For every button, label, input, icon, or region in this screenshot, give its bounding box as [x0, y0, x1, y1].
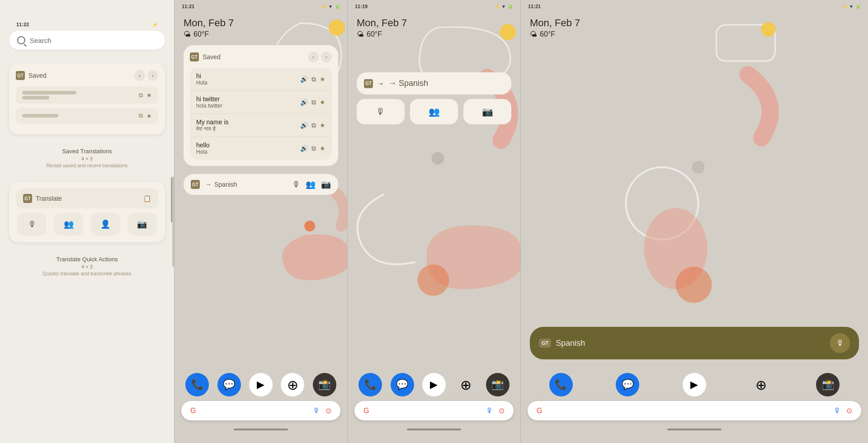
- camera-app-3[interactable]: 📸: [486, 373, 509, 396]
- saved-item-text-2: [22, 114, 58, 118]
- mic-btn-dark[interactable]: 🎙: [830, 333, 850, 353]
- temp-2: 60°F: [193, 30, 209, 38]
- saved-translations-widget[interactable]: GT Saved ‹ › ⧉ ★: [9, 63, 165, 134]
- nav-arrows-2: ‹ ›: [308, 52, 332, 62]
- dock-apps-3: 📞 💬 ▶ ⊕ 📸: [354, 373, 514, 396]
- lens-search-4[interactable]: ⊙: [846, 406, 852, 415]
- google-search-4[interactable]: G 🎙 ⊙: [528, 401, 861, 420]
- time-phone4: 11:21: [528, 4, 541, 9]
- prev-arrow-2[interactable]: ‹: [308, 52, 319, 62]
- google-search-2[interactable]: G 🎙 ⊙: [181, 401, 340, 420]
- star-icon-3[interactable]: ★: [320, 145, 326, 152]
- time-phone3: 11:19: [355, 4, 368, 9]
- people-action[interactable]: 👥: [54, 213, 83, 236]
- translate-icon-spanish3: GT: [364, 79, 373, 88]
- messages-app-3[interactable]: 💬: [391, 373, 414, 396]
- saved-item-text-1: [22, 91, 76, 99]
- saved-entry-3[interactable]: hello Hola 🔊 ⧉ ★: [190, 137, 332, 160]
- mic-icon-bottom[interactable]: 🎙: [292, 180, 300, 189]
- prev-arrow[interactable]: ‹: [134, 70, 145, 81]
- volume-icon-3[interactable]: 🔊: [300, 145, 308, 152]
- saved-entry-1[interactable]: hi twitter hola twitter 🔊 ⧉ ★: [190, 91, 332, 114]
- saved-label: Saved: [28, 72, 47, 79]
- phone-dock-2: 📞 💬 ▶ ⊕ 📸 G 🎙 ⊙: [175, 368, 347, 443]
- entry-original-1: hi twitter: [196, 95, 300, 103]
- camera-app-4[interactable]: 📸: [816, 373, 840, 396]
- copy-icon-1[interactable]: ⧉: [311, 99, 316, 106]
- star-icon-0[interactable]: ★: [320, 75, 326, 83]
- saved-line-short: [22, 96, 49, 99]
- star-icon-2[interactable]: ★: [320, 122, 326, 129]
- widget-preview-area: GT Saved ‹ › ⧉ ★: [0, 54, 174, 290]
- date-3: Mon, Feb 7: [357, 17, 511, 29]
- saved-line-long: [22, 91, 76, 94]
- camera-app-2[interactable]: 📸: [313, 373, 336, 396]
- lens-search-2[interactable]: ⊙: [326, 406, 331, 415]
- copy-icon-3[interactable]: ⧉: [311, 145, 316, 152]
- battery-icon-3: 🔋: [508, 4, 513, 9]
- saved-entry-0[interactable]: hi Hola 🔊 ⧉ ★: [190, 68, 332, 91]
- volume-icon-1[interactable]: 🔊: [300, 99, 308, 106]
- copy-icon-0[interactable]: ⧉: [311, 75, 316, 83]
- dark-spanish-bar-4[interactable]: GT Spanish 🎙: [530, 327, 859, 359]
- dark-spanish-left: GT Spanish: [539, 339, 585, 348]
- translate-icon-widget2: GT: [190, 52, 199, 61]
- phone-content-3: Mon, Feb 7 🌤 60°F GT → → Spanish 🎙 👥 📷: [348, 13, 520, 368]
- weather-2: 🌤 60°F: [184, 30, 338, 38]
- battery-icon-2: 🔋: [335, 4, 340, 9]
- spanish-label-phone2: Spanish: [214, 181, 237, 188]
- lens-search-3[interactable]: ⊙: [499, 406, 505, 415]
- people-icon-bottom[interactable]: 👥: [306, 179, 316, 189]
- people-btn-3[interactable]: 👥: [410, 99, 458, 124]
- next-arrow-2[interactable]: ›: [321, 52, 332, 62]
- messages-app-2[interactable]: 💬: [217, 373, 241, 396]
- voice-search-3[interactable]: 🎙: [486, 407, 493, 415]
- phone-app-4[interactable]: 📞: [549, 373, 573, 396]
- play-app-4[interactable]: ▶: [683, 373, 706, 396]
- next-arrow[interactable]: ›: [147, 70, 158, 81]
- entry-translation-3: Hola: [196, 149, 300, 155]
- google-search-3[interactable]: G 🎙 ⊙: [354, 401, 514, 420]
- search-bar[interactable]: Search: [9, 31, 165, 50]
- messages-app-4[interactable]: 💬: [616, 373, 639, 396]
- temp-4: 60°F: [540, 30, 555, 38]
- status-bar-2: 11:21 ⚡ ▼ 🔋: [175, 0, 347, 13]
- translate-bottom-bar-2[interactable]: GT → Spanish 🎙 👥 📷: [184, 174, 338, 195]
- spanish-widget-3[interactable]: GT → → Spanish: [357, 72, 511, 94]
- chrome-app-2[interactable]: ⊕: [281, 373, 304, 396]
- camera-icon-bottom[interactable]: 📷: [321, 179, 331, 189]
- camera-btn-3[interactable]: 📷: [463, 99, 511, 124]
- saved-widget-phone2[interactable]: GT Saved ‹ › hi Hola 🔊 ⧉ ★: [184, 45, 338, 166]
- spanish-label-3: → Spanish: [388, 79, 428, 88]
- person-add-action[interactable]: 👤: [91, 213, 120, 236]
- voice-search-4[interactable]: 🎙: [834, 407, 841, 415]
- mic-btn-3[interactable]: 🎙: [357, 99, 405, 124]
- volume-icon-2[interactable]: 🔊: [300, 122, 308, 129]
- dock-apps-4: 📞 💬 ▶ ⊕ 📸: [528, 373, 861, 396]
- voice-search-2[interactable]: 🎙: [313, 407, 320, 415]
- search-placeholder: Search: [30, 37, 52, 44]
- entry-translation-2: मेरा नाम है: [196, 126, 300, 132]
- play-app-2[interactable]: ▶: [249, 373, 273, 396]
- copy-icon-2[interactable]: ⧉: [311, 122, 316, 129]
- search-actions-2: 🎙 ⊙: [313, 406, 331, 415]
- saved-actions-2: ⧉ ★: [139, 112, 152, 119]
- play-app-3[interactable]: ▶: [422, 373, 446, 396]
- translate-desc-title: Translate Quick Actions: [14, 256, 160, 263]
- chrome-app-4[interactable]: ⊕: [750, 373, 773, 396]
- star-icon-1[interactable]: ★: [320, 99, 326, 106]
- translate-quick-actions-widget[interactable]: GT Translate 📋 🎙 👥 👤 📷: [9, 182, 165, 242]
- phone-dock-4: 📞 💬 ▶ ⊕ 📸 G 🎙 ⊙: [521, 368, 868, 443]
- saved-line-medium: [22, 114, 58, 118]
- mic-action[interactable]: 🎙: [17, 213, 47, 236]
- phone-app-3[interactable]: 📞: [359, 373, 382, 396]
- volume-icon-0[interactable]: 🔊: [300, 75, 308, 83]
- date-4: Mon, Feb 7: [530, 17, 859, 29]
- status-bar-3: 11:19 ⚡ ▼ 🔋: [348, 0, 520, 13]
- arrow-right-2: →: [205, 181, 212, 188]
- chrome-app-3[interactable]: ⊕: [454, 373, 477, 396]
- phone-app-2[interactable]: 📞: [185, 373, 209, 396]
- camera-action[interactable]: 📷: [127, 213, 157, 236]
- saved-entry-2[interactable]: My name is मेरा नाम है 🔊 ⧉ ★: [190, 114, 332, 137]
- translate-desc-sub: Quickly translate and transcribe phrases: [14, 271, 160, 276]
